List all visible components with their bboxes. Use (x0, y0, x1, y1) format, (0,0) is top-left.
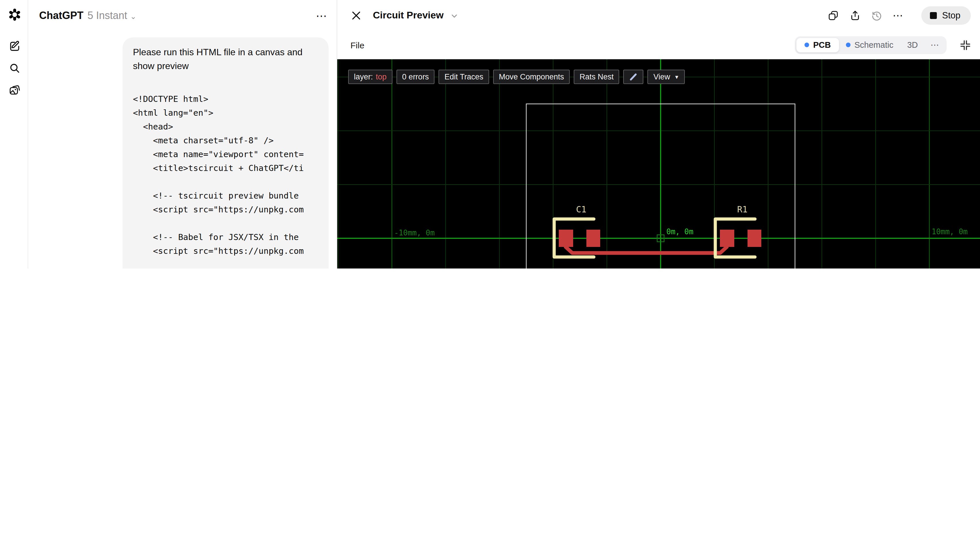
edit-traces-button[interactable]: Edit Traces (439, 70, 489, 84)
pcb-viewport[interactable]: C1 R1 0m, 0m -10mm, 0m 10mm, 0m -10mm, -… (337, 59, 980, 269)
tabs-more-button[interactable]: ⋯ (925, 40, 945, 50)
close-canvas-button[interactable] (351, 10, 361, 21)
pencil-tool-button[interactable] (624, 70, 644, 84)
canvas-title: Circuit Preview (373, 10, 444, 21)
chevron-down-icon (450, 12, 458, 19)
pcb-tab-dot (805, 43, 809, 47)
stop-square-icon (930, 12, 937, 19)
share-icon (849, 10, 861, 21)
canvas-more-button[interactable]: ⋯ (892, 9, 904, 22)
canvas-header: Circuit Preview (337, 0, 980, 31)
tab-3d[interactable]: 3D (900, 38, 925, 52)
c1-pad-2[interactable] (586, 229, 600, 247)
stop-button[interactable]: Stop (921, 6, 971, 25)
rats-nest-button[interactable]: Rats Nest (574, 70, 619, 84)
move-components-button[interactable]: Move Components (493, 70, 570, 84)
share-button[interactable] (849, 10, 861, 22)
chat-options-button[interactable]: ⋯ (316, 9, 328, 22)
canvas-panel: Circuit Preview (337, 0, 980, 269)
stop-label: Stop (942, 10, 961, 21)
edit-traces-label: Edit Traces (445, 73, 484, 81)
rats-nest-label: Rats Nest (579, 73, 614, 81)
file-menu[interactable]: File (350, 40, 364, 50)
user-message-bubble: Please run this HTML file in a canvas an… (123, 37, 329, 269)
errors-button[interactable]: 0 errors (396, 70, 435, 84)
copy-icon (827, 10, 839, 21)
coord-label-left-mid: -10mm, 0m (394, 228, 435, 237)
search-icon (8, 62, 21, 74)
coord-label-right-mid: 10mm, 0m (932, 227, 967, 236)
pencil-icon (629, 73, 638, 81)
r1-pad-2[interactable] (748, 229, 761, 247)
origin-coord-label: 0m, 0m (667, 227, 694, 236)
collapse-preview-button[interactable] (959, 39, 971, 51)
r1-pad-1[interactable] (720, 229, 734, 247)
chat-header: ChatGPT 5 Instant ⌄ ⋯ (28, 0, 337, 31)
sidebar-rail (0, 0, 28, 269)
app-window: ChatGPT 5 Instant ⌄ ⋯ Please run this HT… (0, 0, 980, 269)
library-button[interactable] (8, 83, 21, 97)
view-dropdown-button[interactable]: View ▼ (648, 70, 685, 84)
move-components-label: Move Components (499, 73, 564, 81)
chat-column: ChatGPT 5 Instant ⌄ ⋯ Please run this HT… (28, 0, 337, 269)
user-message-text: Please run this HTML file in a canvas an… (133, 45, 318, 73)
c1-label[interactable]: C1 (576, 204, 586, 214)
tab-schematic[interactable]: Schematic (839, 38, 900, 52)
view-tabs: PCB Schematic 3D ⋯ (795, 36, 947, 54)
canvas-menubar: File PCB Schematic 3D ⋯ (337, 31, 980, 59)
copy-button[interactable] (827, 10, 839, 22)
schematic-tab-dot (846, 43, 851, 47)
compose-icon (8, 40, 21, 52)
tab-3d-label: 3D (907, 40, 918, 49)
new-chat-button[interactable] (8, 39, 21, 53)
model-caret-icon[interactable]: ⌄ (130, 12, 136, 21)
search-chats-button[interactable] (8, 61, 21, 75)
model-name[interactable]: 5 Instant (88, 10, 127, 22)
library-icon (8, 84, 21, 96)
c1-pad-1[interactable] (559, 229, 573, 247)
layer-button[interactable]: layer: top (348, 70, 393, 84)
history-button[interactable] (871, 10, 883, 22)
tab-schematic-label: Schematic (854, 40, 893, 49)
pcb-canvas[interactable]: C1 R1 0m, 0m -10mm, 0m 10mm, 0m -10mm, -… (337, 59, 980, 269)
layer-value: top (376, 73, 387, 81)
openai-logo-glyph (8, 8, 21, 21)
history-icon (871, 10, 883, 22)
tab-pcb-label: PCB (813, 40, 830, 49)
canvas-header-actions: ⋯ Stop (827, 6, 971, 25)
close-icon (352, 11, 361, 20)
dropdown-caret-icon: ▼ (674, 74, 679, 80)
openai-logo-icon[interactable] (8, 8, 21, 21)
canvas-title-caret[interactable] (450, 12, 458, 19)
pcb-toolbar: layer: top 0 errors Edit Traces Move Com… (348, 70, 685, 84)
view-label: View (654, 73, 670, 81)
layer-label: layer: (354, 73, 373, 81)
chat-brand: ChatGPT (39, 10, 83, 22)
user-message-code: <!DOCTYPE html> <html lang="en"> <head> … (133, 92, 318, 269)
collapse-icon (959, 40, 970, 50)
errors-label: 0 errors (402, 73, 429, 81)
tab-pcb[interactable]: PCB (796, 38, 839, 52)
r1-label[interactable]: R1 (737, 204, 748, 214)
